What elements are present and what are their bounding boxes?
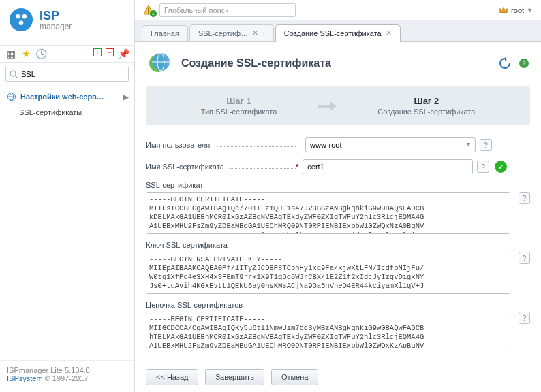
globe-icon [7, 92, 16, 101]
svg-point-1 [16, 14, 20, 19]
help-icon[interactable]: ? [519, 192, 530, 204]
nav-web-settings[interactable]: Настройки web-серв… ▶ [0, 88, 134, 105]
pin-icon[interactable]: 📌 [118, 48, 129, 59]
svg-point-3 [19, 20, 24, 25]
username-select[interactable] [305, 137, 476, 152]
cert-globe-icon [146, 50, 173, 77]
app-logo: ISP manager [0, 0, 134, 45]
tab-ssl[interactable]: SSL-сертиф…✕› [189, 24, 274, 41]
close-icon[interactable]: ✕ [386, 29, 392, 37]
expand-icon[interactable]: + [93, 48, 102, 56]
refresh-icon[interactable] [499, 57, 511, 69]
footer: ISPmanager Lite 5.134.0 ISPsystem © 1997… [0, 360, 134, 392]
svg-text:?: ? [522, 60, 525, 67]
page-title: Создание SSL-сертификата [181, 57, 331, 69]
arrow-right-icon [318, 99, 337, 113]
search-input[interactable] [18, 69, 125, 80]
svg-line-5 [16, 76, 18, 78]
logo-icon [8, 7, 34, 33]
label-chain: Цепочка SSL-сертификатов [146, 301, 530, 309]
close-icon[interactable]: ✕ [252, 29, 258, 37]
alerts-button[interactable]: 1 [143, 5, 154, 16]
valid-check-icon: ✓ [495, 161, 507, 173]
history-icon[interactable]: 🕓 [35, 48, 46, 59]
help-icon[interactable]: ? [477, 161, 489, 173]
help-icon[interactable]: ? [519, 312, 530, 324]
star-icon[interactable]: ★ [20, 48, 31, 59]
alert-count: 1 [150, 10, 157, 17]
chevron-down-icon: ▼ [527, 7, 533, 14]
help-icon[interactable]: ? [519, 252, 530, 264]
search-icon [9, 69, 18, 79]
chain-textarea[interactable] [146, 312, 510, 348]
footer-link[interactable]: ISPsystem [7, 374, 43, 382]
certname-input[interactable] [303, 159, 473, 174]
chevron-right-icon: ▶ [123, 93, 129, 101]
cert-textarea[interactable] [146, 192, 510, 234]
finish-button[interactable]: Завершить [205, 369, 264, 385]
user-name: root [511, 6, 524, 14]
user-menu[interactable]: root ▼ [499, 5, 533, 15]
help-globe-icon[interactable]: ? [518, 57, 530, 69]
tab-create-ssl[interactable]: Создание SSL-сертификата✕ [275, 24, 401, 42]
nav-label: Настройки web-серв… [20, 93, 104, 101]
label-cert: SSL-сертификат [146, 181, 530, 189]
wizard-step-1[interactable]: Шаг 1 Тип SSL-сертификата [201, 96, 277, 116]
required-marker: * [296, 163, 298, 171]
panel-icon[interactable]: ▦ [5, 48, 16, 59]
crown-icon [499, 5, 508, 15]
key-textarea[interactable] [146, 252, 510, 294]
tab-main[interactable]: Главная [142, 25, 188, 41]
back-button[interactable]: << Назад [146, 369, 198, 385]
label-username: Имя пользователя [146, 141, 296, 149]
svg-point-4 [10, 71, 16, 76]
wizard-step-2: Шаг 2 Создание SSL-сертификата [377, 96, 475, 116]
cancel-button[interactable]: Отмена [271, 369, 318, 385]
help-icon[interactable]: ? [480, 139, 492, 151]
label-key: Ключ SSL-сертификата [146, 241, 530, 249]
wizard-steps: Шаг 1 Тип SSL-сертификата Шаг 2 Создание… [146, 86, 530, 125]
svg-point-2 [22, 14, 27, 19]
label-certname: Имя SSL-сертификата [146, 163, 296, 171]
sidebar-search[interactable] [5, 67, 129, 82]
chevron-right-icon: › [262, 29, 265, 37]
collapse-icon[interactable]: − [106, 48, 114, 56]
global-search[interactable]: Глобальный поиск [159, 3, 296, 17]
svg-point-10 [148, 12, 149, 14]
svg-point-0 [10, 8, 33, 31]
nav-ssl-certs[interactable]: SSL-сертификаты [0, 105, 134, 120]
